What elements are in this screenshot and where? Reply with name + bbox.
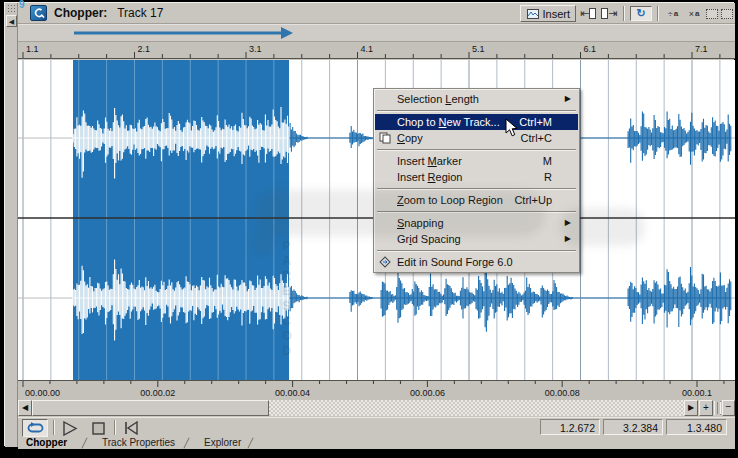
- selection-dotted-icon-2[interactable]: [721, 9, 733, 19]
- beat-ruler[interactable]: 1.12.13.14.15.16.17.1: [18, 42, 735, 59]
- stop-button[interactable]: [86, 419, 110, 437]
- menu-item-copy[interactable]: CopyCtrl+C: [375, 130, 578, 146]
- selection-region[interactable]: [73, 60, 289, 380]
- menu-item-label: Selection Length: [397, 93, 479, 105]
- context-menu: Selection Length▶Chop to New Track...Ctr…: [373, 88, 580, 273]
- menu-item-chop-to-new-track[interactable]: Chop to New Track...Ctrl+M: [375, 114, 578, 130]
- insert-length-bar[interactable]: [18, 24, 735, 42]
- menu-item-insert-marker[interactable]: Insert MarkerM: [375, 153, 578, 169]
- menu-separator: [375, 146, 578, 153]
- svg-text:00.00.04: 00.00.04: [275, 388, 310, 398]
- tab-divider: [81, 437, 87, 448]
- svg-text:00.00.00: 00.00.00: [25, 388, 60, 398]
- insert-picture-icon: [526, 6, 539, 21]
- tab-track-properties[interactable]: Track Properties: [102, 437, 175, 448]
- svg-text:3.1: 3.1: [249, 44, 262, 54]
- menu-item-selection-length[interactable]: Selection Length▶: [375, 91, 578, 107]
- menu-separator: [375, 185, 578, 192]
- scrollbar-thumb[interactable]: [32, 400, 269, 416]
- menu-item-label: Edit in Sound Forge 6.0: [397, 256, 513, 268]
- svg-text:00.00.02: 00.00.02: [140, 388, 175, 398]
- menu-item-label: Insert Region: [397, 171, 462, 183]
- screenshot-frame: 9 ◀ Chopper: Track 17 Insert: [0, 0, 738, 458]
- figure-callout: 9: [19, 0, 25, 10]
- stop-icon: [92, 422, 105, 435]
- submenu-arrow-icon: ▶: [565, 234, 571, 243]
- toolbar-separator: [623, 6, 625, 21]
- play-button[interactable]: [58, 419, 82, 437]
- scroll-right-icon[interactable]: ▶: [684, 400, 698, 416]
- scroll-left-icon[interactable]: ◀: [18, 400, 32, 416]
- menu-item-label: Zoom to Loop Region: [397, 194, 503, 206]
- menu-separator: [375, 247, 578, 254]
- submenu-arrow-icon: ▶: [565, 94, 571, 103]
- menu-item-shortcut: R: [544, 171, 552, 183]
- acid-swirl-icon: [30, 5, 47, 21]
- svg-text:6.1: 6.1: [584, 44, 597, 54]
- selection-end-display[interactable]: 3.2.384: [603, 419, 663, 435]
- zoom-out-icon[interactable]: −: [722, 400, 735, 416]
- tab-explorer[interactable]: Explorer: [204, 437, 241, 448]
- sound-forge-icon: [379, 256, 393, 268]
- submenu-arrow-icon: ▶: [565, 218, 571, 227]
- transport-separator: [114, 420, 116, 435]
- svg-text:00.00.08: 00.00.08: [545, 388, 580, 398]
- loop-playback-button[interactable]: [22, 419, 48, 437]
- menu-item-insert-region[interactable]: Insert RegionR: [375, 169, 578, 185]
- menu-item-label: Insert Marker: [397, 155, 462, 167]
- menu-item-zoom-to-loop-region[interactable]: Zoom to Loop RegionCtrl+Up: [375, 192, 578, 208]
- copy-icon: [379, 132, 393, 144]
- svg-text:2.1: 2.1: [138, 44, 151, 54]
- svg-text:7.1: 7.1: [695, 44, 708, 54]
- menu-item-label: Copy: [397, 132, 423, 144]
- menu-item-shortcut: Ctrl+C: [521, 132, 552, 144]
- selection-length-display[interactable]: 1.3.480: [666, 419, 727, 435]
- menu-item-label: Chop to New Track...: [397, 116, 500, 128]
- shift-selection-right-icon[interactable]: ⇥: [600, 6, 618, 21]
- time-ruler[interactable]: 00.00.0000.00.0200.00.0400.00.0600.00.08…: [18, 380, 735, 400]
- menu-item-shortcut: Ctrl+M: [519, 116, 552, 128]
- dock-grip-icon[interactable]: [7, 4, 16, 13]
- toolbar-separator: [657, 6, 659, 21]
- svg-text:00.00.06: 00.00.06: [410, 388, 445, 398]
- svg-text:00.00.1: 00.00.1: [682, 388, 712, 398]
- chopper-toolbar: Insert ⇤ ⇥ ↻ ÷a ×a: [520, 4, 733, 23]
- halve-selection-icon[interactable]: ÷a: [664, 6, 682, 21]
- insert-button-label: Insert: [542, 8, 570, 20]
- shift-selection-left-icon[interactable]: ⇤: [579, 6, 597, 21]
- link-arrow-to-selection-icon[interactable]: ↻: [630, 6, 652, 21]
- menu-item-label: Grid Spacing: [397, 233, 461, 245]
- menu-item-shortcut: Ctrl+Up: [514, 194, 552, 206]
- insert-length-arrow: [18, 25, 735, 41]
- menu-item-edit-in-sound-forge-6-0[interactable]: Edit in Sound Forge 6.0: [375, 254, 578, 270]
- scrollbar-grip[interactable]: [714, 401, 721, 415]
- chopper-window: ◀ Chopper: Track 17 Insert ⇤ ⇥: [4, 2, 734, 446]
- transport-separator: [53, 420, 55, 435]
- selection-dotted-icon-1[interactable]: [706, 9, 718, 19]
- titlebar: Chopper: Track 17 Insert ⇤ ⇥ ↻ ÷a ×a: [18, 3, 735, 24]
- window-title: Chopper: Track 17: [54, 6, 163, 20]
- window-title-app: Chopper:: [54, 6, 107, 20]
- transport-bar: 1.2.672 3.2.384 1.3.480: [18, 417, 735, 437]
- play-icon: [63, 421, 78, 436]
- menu-separator: [375, 208, 578, 215]
- tab-chopper[interactable]: Chopper: [26, 437, 67, 448]
- double-selection-icon[interactable]: ×a: [685, 6, 703, 21]
- horizontal-scrollbar[interactable]: ◀ ▶ + −: [18, 400, 735, 417]
- svg-text:1.1: 1.1: [26, 44, 39, 54]
- scrollbar-track[interactable]: [269, 400, 684, 416]
- insert-button[interactable]: Insert: [520, 5, 576, 22]
- menu-item-grid-spacing[interactable]: Grid Spacing▶: [375, 231, 578, 247]
- undock-button[interactable]: ◀: [6, 15, 17, 27]
- menu-item-snapping[interactable]: Snapping▶: [375, 215, 578, 231]
- menu-separator: [375, 107, 578, 114]
- go-to-start-button[interactable]: [119, 419, 143, 437]
- selection-start-display[interactable]: 1.2.672: [540, 419, 600, 435]
- dock-tab-bar: Chopper Track Properties Explorer: [18, 437, 735, 449]
- menu-item-shortcut: M: [543, 155, 552, 167]
- loop-playback-icon: [27, 422, 44, 434]
- tab-divider: [247, 437, 253, 448]
- dock-strip[interactable]: ◀: [5, 3, 18, 447]
- zoom-in-icon[interactable]: +: [699, 400, 713, 416]
- go-to-start-icon: [124, 421, 139, 435]
